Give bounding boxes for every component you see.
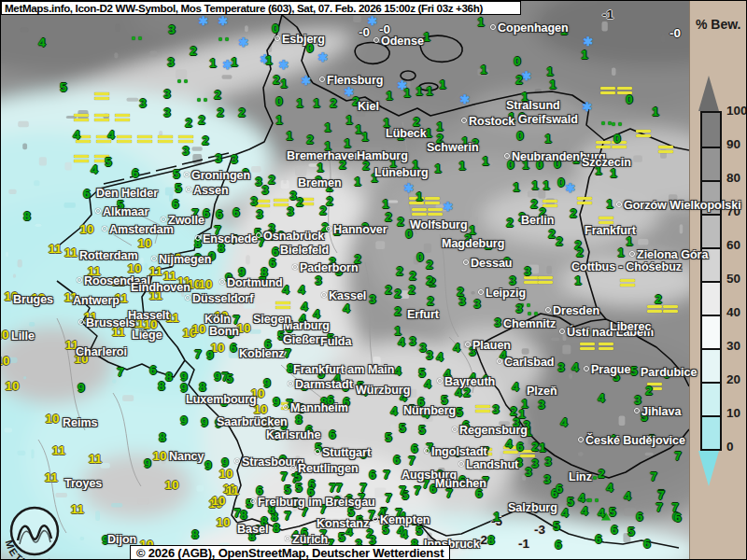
- city-marker-icon: [463, 259, 469, 265]
- temperature-value: 3: [473, 298, 481, 311]
- drizzle-icon: [197, 89, 210, 105]
- temperature-value: 4: [561, 507, 569, 520]
- city-marker-icon: [319, 77, 325, 82]
- temperature-value: 10: [152, 450, 166, 463]
- temperature-value: 1: [626, 235, 633, 248]
- city-label: Flensburg: [319, 74, 383, 87]
- city-label: Zwolle: [161, 214, 204, 227]
- city-label: Prague: [584, 363, 630, 376]
- temperature-value: 10: [45, 413, 59, 426]
- temperature-value: 4: [38, 36, 46, 49]
- temperature-value: 3: [287, 205, 294, 218]
- temperature-value: 10: [79, 223, 93, 236]
- city-label: Kassel: [321, 289, 366, 302]
- temperature-value: 9: [204, 459, 212, 472]
- copyright-text[interactable]: © 2026 (AGB), OpenStreetMap, Deutscher W…: [136, 546, 444, 560]
- city-marker-icon: [616, 202, 622, 207]
- city-marker-icon: [578, 437, 584, 442]
- temperature-value: 1: [513, 181, 520, 194]
- temperature-value: 7: [284, 510, 291, 523]
- temperature-value: 2: [394, 287, 402, 301]
- city-marker-icon: [283, 404, 289, 410]
- temperature-value: 4: [401, 528, 408, 541]
- temperature-value: 1: [416, 190, 423, 203]
- temperature-value: 5: [399, 422, 406, 435]
- temperature-value: 11: [64, 246, 78, 259]
- snow-icon: ✱: [239, 35, 249, 49]
- temperature-value: 9: [180, 414, 188, 427]
- fog-icon: [115, 114, 130, 123]
- drizzle-icon: [132, 27, 145, 44]
- fog-icon: [577, 197, 592, 206]
- fog-icon: [117, 135, 132, 145]
- weather-map-screenshot: ✱✱✱✱✱✱✱✱✱✱✱✱✱✱✱✱✱✱4533321123322224423354…: [0, 0, 747, 560]
- temperature-value: 5: [284, 483, 291, 497]
- city-marker-icon: [326, 226, 331, 231]
- temperature-value: 1: [296, 97, 303, 110]
- temperature-value: 4: [624, 490, 631, 503]
- city-label: Eindhoven: [131, 281, 190, 294]
- temperature-value: 6: [149, 364, 157, 377]
- temperature-value: 6: [269, 257, 276, 270]
- temperature-value: 4: [455, 386, 462, 399]
- temperature-value: 1: [386, 90, 393, 103]
- city-marker-icon: [151, 256, 157, 261]
- temperature-value: 10: [218, 468, 233, 481]
- city-label: Erfurt: [407, 308, 439, 321]
- drizzle-icon: [218, 28, 232, 45]
- title-bar: MetMaps.info, Icon-D2 WW-Symbol, Mos Tem…: [1, 1, 521, 15]
- temperature-value: 1: [382, 198, 389, 211]
- city-label: Linz: [569, 470, 592, 483]
- city-label: Magdeburg: [442, 237, 504, 250]
- temperature-value: 7: [399, 484, 406, 497]
- temperature-value: 3: [139, 97, 147, 110]
- temperature-value: 1: [610, 167, 617, 180]
- temperature-value: 4: [598, 392, 605, 405]
- temperature-value: 8: [191, 528, 199, 541]
- map-items[interactable]: ✱✱✱✱✱✱✱✱✱✱✱✱✱✱✱✱✱✱4533321123322224423354…: [1, 1, 747, 560]
- temperature-value: 2: [214, 89, 221, 102]
- fog-icon: [599, 343, 613, 352]
- temperature-value: 3: [509, 274, 516, 287]
- temperature-value: 3: [369, 293, 376, 306]
- city-label: Konstanz: [317, 517, 369, 530]
- temperature-value: 5: [60, 81, 67, 94]
- snow-icon: ✱: [199, 14, 209, 28]
- fog-icon: [596, 141, 611, 150]
- temperature-value: 2: [268, 174, 275, 187]
- temperature-value: 8: [165, 371, 173, 384]
- temperature-value: 10: [164, 479, 178, 492]
- city-label: Siegen: [253, 313, 291, 326]
- temperature-value: 8: [199, 381, 206, 394]
- city-label: Mannheim: [283, 401, 348, 414]
- fog-icon: [158, 135, 173, 145]
- temperature-value: 3: [515, 302, 523, 315]
- temperature-value: 1: [546, 65, 554, 78]
- map-title: MetMaps.info, Icon-D2 WW-Symbol, Mos Tem…: [5, 2, 483, 14]
- temperature-value: 8: [159, 431, 166, 444]
- city-marker-icon: [102, 226, 107, 231]
- temperature-value: 1: [403, 87, 411, 100]
- temperature-value: 2: [463, 386, 471, 399]
- temperature-value: 11: [49, 243, 62, 256]
- temperature-value: 9: [78, 382, 85, 395]
- temperature-value: 2: [319, 204, 327, 217]
- temperature-value: 2: [506, 217, 514, 230]
- temperature-value: 2: [598, 468, 605, 481]
- city-label: Plzeň: [527, 385, 557, 398]
- temperature-value: 6: [83, 188, 91, 201]
- temperature-value: 3: [538, 399, 545, 412]
- temperature-value: 2: [217, 106, 224, 119]
- temperature-value: 2: [515, 74, 523, 87]
- snow-icon: ✱: [460, 92, 471, 106]
- snow-icon: ✱: [583, 100, 593, 114]
- temperature-value: 4: [606, 482, 613, 495]
- temperature-value: 3: [524, 265, 531, 278]
- temperature-value: 0: [516, 130, 524, 143]
- temperature-value: 1: [439, 78, 446, 91]
- temperature-value: 0: [416, 251, 424, 264]
- city-label: Copenhagen: [490, 21, 569, 35]
- temperature-value: 5: [226, 372, 233, 385]
- city-label: Assen: [186, 184, 229, 197]
- city-label: Nijmegen: [151, 253, 211, 266]
